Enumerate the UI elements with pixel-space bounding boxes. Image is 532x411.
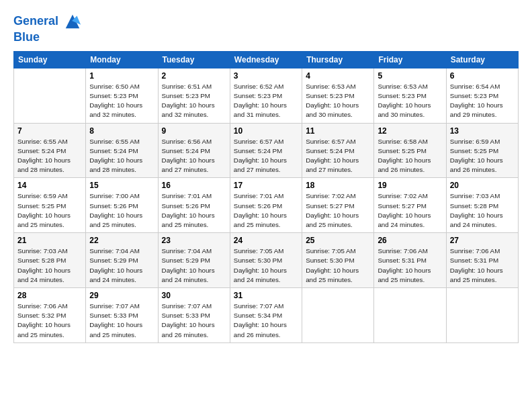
col-header-wednesday: Wednesday: [230, 51, 302, 68]
day-number: 15: [89, 181, 154, 190]
day-info: Sunrise: 6:58 AMSunset: 5:25 PMDaylight:…: [378, 137, 442, 175]
day-cell: 18Sunrise: 7:02 AMSunset: 5:27 PMDayligh…: [302, 178, 374, 233]
day-cell: 29Sunrise: 7:07 AMSunset: 5:33 PMDayligh…: [86, 288, 158, 343]
day-cell: 20Sunrise: 7:03 AMSunset: 5:28 PMDayligh…: [446, 178, 518, 233]
day-number: 2: [162, 71, 226, 81]
day-number: 19: [378, 181, 442, 190]
day-info: Sunrise: 6:56 AMSunset: 5:24 PMDaylight:…: [162, 137, 226, 175]
day-cell: 25Sunrise: 7:05 AMSunset: 5:30 PMDayligh…: [302, 233, 374, 288]
day-cell: 1Sunrise: 6:50 AMSunset: 5:23 PMDaylight…: [86, 68, 158, 123]
day-number: 17: [234, 181, 298, 190]
day-cell: 9Sunrise: 6:56 AMSunset: 5:24 PMDaylight…: [158, 123, 230, 178]
day-cell: 3Sunrise: 6:52 AMSunset: 5:23 PMDaylight…: [230, 68, 302, 123]
day-cell: [374, 288, 446, 343]
col-header-friday: Friday: [374, 51, 446, 68]
week-row-5: 28Sunrise: 7:06 AMSunset: 5:32 PMDayligh…: [14, 288, 519, 343]
day-info: Sunrise: 6:50 AMSunset: 5:23 PMDaylight:…: [89, 82, 154, 120]
day-info: Sunrise: 7:06 AMSunset: 5:31 PMDaylight:…: [450, 246, 515, 285]
logo: General Blue: [13, 12, 82, 44]
day-cell: 10Sunrise: 6:57 AMSunset: 5:24 PMDayligh…: [230, 123, 302, 178]
week-row-4: 21Sunrise: 7:03 AMSunset: 5:28 PMDayligh…: [14, 233, 519, 288]
day-info: Sunrise: 6:57 AMSunset: 5:24 PMDaylight:…: [234, 137, 298, 175]
day-info: Sunrise: 7:05 AMSunset: 5:30 PMDaylight:…: [234, 246, 298, 285]
day-cell: 13Sunrise: 6:59 AMSunset: 5:25 PMDayligh…: [446, 123, 518, 178]
day-info: Sunrise: 7:03 AMSunset: 5:28 PMDaylight:…: [17, 246, 82, 285]
day-info: Sunrise: 6:54 AMSunset: 5:23 PMDaylight:…: [450, 82, 515, 120]
day-cell: 14Sunrise: 6:59 AMSunset: 5:25 PMDayligh…: [14, 178, 86, 233]
day-number: 8: [89, 126, 154, 136]
day-number: 9: [162, 126, 226, 136]
day-cell: 16Sunrise: 7:01 AMSunset: 5:26 PMDayligh…: [158, 178, 230, 233]
col-header-monday: Monday: [86, 51, 158, 68]
day-cell: 8Sunrise: 6:55 AMSunset: 5:24 PMDaylight…: [86, 123, 158, 178]
day-info: Sunrise: 6:55 AMSunset: 5:24 PMDaylight:…: [17, 137, 82, 175]
day-cell: 6Sunrise: 6:54 AMSunset: 5:23 PMDaylight…: [446, 68, 518, 123]
day-cell: 24Sunrise: 7:05 AMSunset: 5:30 PMDayligh…: [230, 233, 302, 288]
day-cell: 23Sunrise: 7:04 AMSunset: 5:29 PMDayligh…: [158, 233, 230, 288]
day-info: Sunrise: 6:59 AMSunset: 5:25 PMDaylight:…: [17, 191, 82, 230]
day-cell: 21Sunrise: 7:03 AMSunset: 5:28 PMDayligh…: [14, 233, 86, 288]
day-cell: 17Sunrise: 7:01 AMSunset: 5:26 PMDayligh…: [230, 178, 302, 233]
day-info: Sunrise: 6:57 AMSunset: 5:24 PMDaylight:…: [306, 137, 370, 175]
day-info: Sunrise: 6:59 AMSunset: 5:25 PMDaylight:…: [450, 137, 515, 175]
day-cell: [302, 288, 374, 343]
day-info: Sunrise: 7:05 AMSunset: 5:30 PMDaylight:…: [306, 246, 370, 285]
header-row: SundayMondayTuesdayWednesdayThursdayFrid…: [14, 51, 519, 68]
day-cell: 5Sunrise: 6:53 AMSunset: 5:23 PMDaylight…: [374, 68, 446, 123]
logo-icon: [63, 12, 82, 31]
day-number: 30: [162, 291, 226, 300]
day-number: 3: [234, 71, 298, 81]
day-cell: 28Sunrise: 7:06 AMSunset: 5:32 PMDayligh…: [14, 288, 86, 343]
day-info: Sunrise: 6:55 AMSunset: 5:24 PMDaylight:…: [89, 137, 154, 175]
day-number: 13: [450, 126, 515, 136]
day-cell: 11Sunrise: 6:57 AMSunset: 5:24 PMDayligh…: [302, 123, 374, 178]
day-info: Sunrise: 6:51 AMSunset: 5:23 PMDaylight:…: [162, 82, 226, 120]
day-number: 21: [17, 236, 82, 245]
day-number: 26: [378, 236, 442, 245]
day-number: 24: [234, 236, 298, 245]
day-number: 16: [162, 181, 226, 190]
day-info: Sunrise: 7:07 AMSunset: 5:33 PMDaylight:…: [89, 302, 154, 340]
day-cell: 4Sunrise: 6:53 AMSunset: 5:23 PMDaylight…: [302, 68, 374, 123]
day-number: 18: [306, 181, 370, 190]
col-header-tuesday: Tuesday: [158, 51, 230, 68]
day-info: Sunrise: 7:00 AMSunset: 5:26 PMDaylight:…: [89, 191, 154, 230]
day-cell: 31Sunrise: 7:07 AMSunset: 5:34 PMDayligh…: [230, 288, 302, 343]
day-info: Sunrise: 7:06 AMSunset: 5:32 PMDaylight:…: [17, 302, 82, 340]
day-number: 22: [89, 236, 154, 245]
day-number: 12: [378, 126, 442, 136]
day-cell: 19Sunrise: 7:02 AMSunset: 5:27 PMDayligh…: [374, 178, 446, 233]
day-cell: [14, 68, 86, 123]
day-number: 14: [17, 181, 82, 190]
logo-general: General: [13, 14, 58, 28]
week-row-1: 1Sunrise: 6:50 AMSunset: 5:23 PMDaylight…: [14, 68, 519, 123]
day-cell: 2Sunrise: 6:51 AMSunset: 5:23 PMDaylight…: [158, 68, 230, 123]
day-number: 25: [306, 236, 370, 245]
day-info: Sunrise: 7:07 AMSunset: 5:33 PMDaylight:…: [162, 302, 226, 340]
col-header-thursday: Thursday: [302, 51, 374, 68]
day-cell: 27Sunrise: 7:06 AMSunset: 5:31 PMDayligh…: [446, 233, 518, 288]
day-number: 20: [450, 181, 515, 190]
logo-text: General: [13, 12, 82, 31]
page-header: General Blue: [13, 12, 519, 44]
day-cell: 22Sunrise: 7:04 AMSunset: 5:29 PMDayligh…: [86, 233, 158, 288]
day-info: Sunrise: 6:52 AMSunset: 5:23 PMDaylight:…: [234, 82, 298, 120]
day-info: Sunrise: 7:02 AMSunset: 5:27 PMDaylight:…: [306, 191, 370, 230]
day-number: 5: [378, 71, 442, 81]
day-number: 11: [306, 126, 370, 136]
week-row-2: 7Sunrise: 6:55 AMSunset: 5:24 PMDaylight…: [14, 123, 519, 178]
col-header-saturday: Saturday: [446, 51, 518, 68]
day-info: Sunrise: 7:01 AMSunset: 5:26 PMDaylight:…: [234, 191, 298, 230]
day-info: Sunrise: 7:02 AMSunset: 5:27 PMDaylight:…: [378, 191, 442, 230]
day-info: Sunrise: 6:53 AMSunset: 5:23 PMDaylight:…: [378, 82, 442, 120]
day-cell: 30Sunrise: 7:07 AMSunset: 5:33 PMDayligh…: [158, 288, 230, 343]
day-info: Sunrise: 6:53 AMSunset: 5:23 PMDaylight:…: [306, 82, 370, 120]
day-number: 29: [89, 291, 154, 300]
col-header-sunday: Sunday: [14, 51, 86, 68]
day-cell: 7Sunrise: 6:55 AMSunset: 5:24 PMDaylight…: [14, 123, 86, 178]
day-cell: 12Sunrise: 6:58 AMSunset: 5:25 PMDayligh…: [374, 123, 446, 178]
day-number: 6: [450, 71, 515, 81]
day-cell: 26Sunrise: 7:06 AMSunset: 5:31 PMDayligh…: [374, 233, 446, 288]
day-cell: 15Sunrise: 7:00 AMSunset: 5:26 PMDayligh…: [86, 178, 158, 233]
day-number: 31: [234, 291, 298, 300]
